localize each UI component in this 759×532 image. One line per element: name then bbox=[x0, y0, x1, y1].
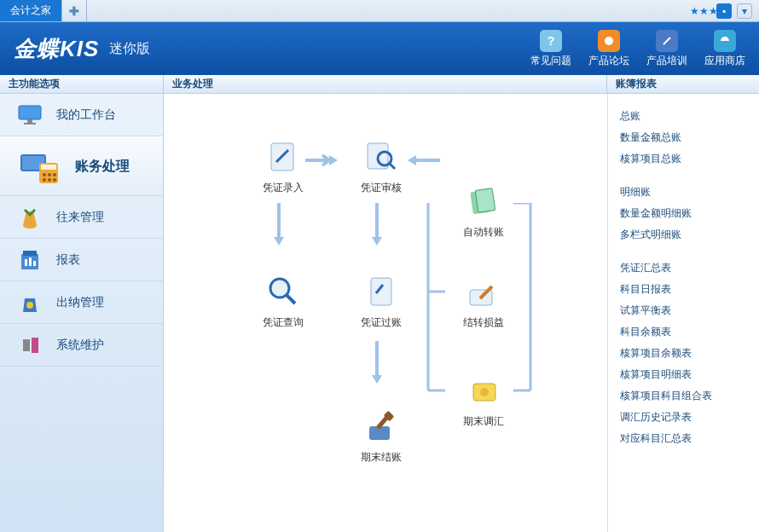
node-label: 凭证查询 bbox=[263, 315, 304, 330]
header-links: ? 常见问题 产品论坛 产品培训 应用商店 bbox=[530, 30, 745, 68]
tab-bar: 会计之家 ✚ ★★★ ▪ ▾ bbox=[0, 0, 759, 22]
arrow-right-icon bbox=[305, 153, 338, 167]
header-link-label: 产品培训 bbox=[646, 54, 687, 68]
node-label: 凭证录入 bbox=[263, 181, 304, 195]
node-voucher-post[interactable]: 凭证过账 bbox=[347, 273, 415, 330]
report-link[interactable]: 核算项目明细表 bbox=[620, 367, 747, 382]
svg-rect-29 bbox=[371, 278, 391, 305]
sidebar-item-label: 账务处理 bbox=[75, 158, 130, 176]
rating-icon[interactable]: ★★★ bbox=[696, 3, 711, 19]
store-icon bbox=[714, 30, 736, 52]
node-label: 凭证过账 bbox=[361, 315, 402, 330]
header-link-label: 常见问题 bbox=[530, 54, 571, 68]
sidebar-item-accounting[interactable]: 账务处理 bbox=[0, 136, 163, 196]
report-link[interactable]: 核算项目余额表 bbox=[620, 346, 747, 361]
node-voucher-query[interactable]: 凭证查询 bbox=[249, 273, 317, 330]
node-period-close[interactable]: 期末结账 bbox=[347, 408, 415, 465]
sidebar-item-ar[interactable]: 往来管理 bbox=[0, 196, 163, 239]
app-edition: 迷你版 bbox=[106, 39, 154, 59]
report-link[interactable]: 凭证汇总表 bbox=[620, 261, 747, 275]
sidebar-item-label: 报表 bbox=[56, 252, 80, 268]
header-link-faq[interactable]: ? 常见问题 bbox=[530, 30, 571, 68]
report-icon bbox=[15, 248, 44, 272]
header-link-label: 应用商店 bbox=[704, 54, 745, 68]
tab-add[interactable]: ✚ bbox=[62, 0, 87, 21]
svg-point-20 bbox=[26, 302, 33, 309]
svg-rect-2 bbox=[19, 106, 41, 119]
sidebar-item-system[interactable]: 系统维护 bbox=[0, 324, 163, 367]
report-link[interactable]: 数量金额总账 bbox=[620, 130, 747, 145]
header-link-store[interactable]: 应用商店 bbox=[704, 30, 745, 68]
app-header: 金蝶KIS 迷你版 ? 常见问题 产品论坛 产品培训 应用商店 bbox=[0, 22, 759, 75]
svg-point-12 bbox=[43, 178, 46, 182]
svg-point-28 bbox=[270, 279, 289, 298]
message-icon[interactable]: ▪ bbox=[716, 3, 732, 19]
report-link[interactable]: 科目余额表 bbox=[620, 325, 747, 339]
report-link[interactable]: 科目日报表 bbox=[620, 282, 747, 297]
accounting-icon bbox=[15, 146, 63, 187]
svg-rect-18 bbox=[29, 257, 32, 266]
document-check-icon bbox=[362, 273, 400, 310]
gavel-icon bbox=[362, 408, 400, 445]
header-link-forum[interactable]: 产品论坛 bbox=[588, 30, 629, 68]
tabbar-right: ★★★ ▪ ▾ bbox=[696, 0, 759, 21]
sidebar-item-label: 系统维护 bbox=[56, 338, 104, 353]
header-link-label: 产品论坛 bbox=[588, 54, 629, 68]
arrow-left-icon bbox=[404, 153, 440, 167]
report-link[interactable]: 核算项目总账 bbox=[620, 152, 747, 166]
svg-text:?: ? bbox=[548, 34, 555, 48]
node-label: 凭证审核 bbox=[361, 181, 402, 195]
arrow-down-icon bbox=[370, 203, 384, 246]
svg-rect-4 bbox=[24, 123, 36, 124]
svg-rect-19 bbox=[33, 261, 36, 266]
sidebar: 我的工作台 账务处理 往来管理 报表 出纳管理 系统维护 bbox=[0, 94, 164, 532]
svg-point-1 bbox=[605, 37, 613, 45]
sidebar-item-workbench[interactable]: 我的工作台 bbox=[0, 94, 163, 136]
magnifier-icon bbox=[264, 273, 302, 310]
report-link[interactable]: 对应科目汇总表 bbox=[620, 431, 747, 446]
header-link-training[interactable]: 产品培训 bbox=[646, 30, 687, 68]
training-icon bbox=[656, 30, 678, 52]
svg-point-13 bbox=[48, 178, 51, 182]
svg-rect-21 bbox=[23, 339, 30, 351]
section-headings: 主功能选项 业务处理 账簿报表 bbox=[0, 75, 759, 94]
report-link[interactable]: 明细账 bbox=[620, 185, 747, 200]
report-link[interactable]: 核算项目科目组合表 bbox=[620, 389, 747, 403]
report-panel: 总账 数量金额总账 核算项目总账 明细账 数量金额明细账 多栏式明细账 凭证汇总… bbox=[607, 94, 759, 532]
report-link[interactable]: 总账 bbox=[620, 109, 747, 124]
node-label: 期末结账 bbox=[361, 450, 402, 465]
cashier-icon bbox=[15, 291, 44, 315]
sidebar-item-label: 我的工作台 bbox=[56, 107, 116, 123]
svg-rect-17 bbox=[25, 259, 27, 266]
document-search-icon bbox=[362, 138, 400, 176]
report-link[interactable]: 试算平衡表 bbox=[620, 304, 747, 318]
bracket-line-icon bbox=[420, 203, 539, 408]
question-icon: ? bbox=[540, 30, 562, 52]
arrow-down-icon bbox=[272, 203, 286, 246]
forum-icon bbox=[598, 30, 620, 52]
sidebar-item-label: 出纳管理 bbox=[56, 295, 104, 310]
arrow-down-icon bbox=[370, 341, 384, 384]
report-link[interactable]: 调汇历史记录表 bbox=[620, 410, 747, 425]
document-pen-icon bbox=[264, 138, 302, 176]
sidebar-item-cashier[interactable]: 出纳管理 bbox=[0, 281, 163, 324]
moneybag-icon bbox=[15, 205, 44, 229]
svg-point-10 bbox=[48, 173, 51, 176]
workflow-canvas: 凭证录入 凭证审核 自动转账 凭证查询 凭证过账 结转损益 期末调汇 期末结账 bbox=[164, 94, 607, 532]
section-left-title: 主功能选项 bbox=[0, 75, 164, 93]
section-mid-title: 业务处理 bbox=[164, 75, 607, 93]
app-logo: 金蝶KIS bbox=[14, 34, 99, 64]
svg-point-11 bbox=[53, 173, 56, 176]
sidebar-item-label: 往来管理 bbox=[56, 210, 104, 225]
report-link[interactable]: 多栏式明细账 bbox=[620, 228, 747, 242]
svg-rect-22 bbox=[32, 338, 38, 353]
tab-home[interactable]: 会计之家 bbox=[0, 0, 62, 21]
monitor-icon bbox=[15, 103, 44, 127]
tools-icon bbox=[15, 333, 44, 357]
svg-rect-3 bbox=[27, 119, 32, 123]
dropdown-icon[interactable]: ▾ bbox=[737, 3, 752, 19]
sidebar-item-report[interactable]: 报表 bbox=[0, 239, 163, 281]
report-link[interactable]: 数量金额明细账 bbox=[620, 206, 747, 221]
svg-point-14 bbox=[53, 178, 56, 182]
node-label: 期末调汇 bbox=[463, 414, 504, 429]
